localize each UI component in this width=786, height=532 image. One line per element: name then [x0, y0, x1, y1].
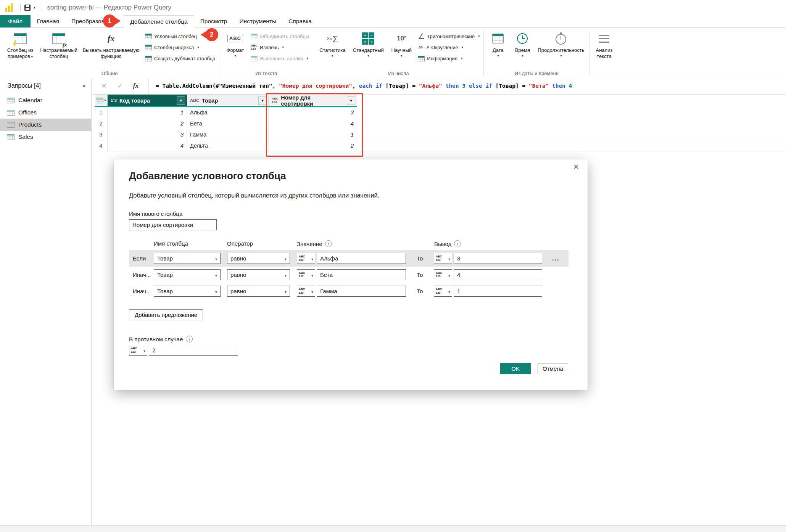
filter-dropdown-icon[interactable]: [258, 96, 267, 105]
custom-column-button[interactable]: fx Настраиваемый столбец: [38, 29, 79, 59]
info-icon[interactable]: [325, 240, 332, 247]
close-icon[interactable]: ✕: [573, 162, 579, 171]
quick-access-chevron-down-icon[interactable]: ▾: [34, 6, 35, 10]
cell-code[interactable]: 1: [108, 107, 187, 118]
invoke-function-icon: fx: [108, 31, 114, 46]
text-type-icon: ABC: [190, 98, 199, 103]
row-number[interactable]: 3: [95, 129, 108, 140]
cell-sort[interactable]: 4: [269, 118, 357, 129]
cancel-button[interactable]: Отмена: [538, 363, 568, 374]
data-preview-grid: 1²3 Код товара ABC Товар ABC123 Номер дл…: [92, 95, 786, 151]
column-from-examples-button[interactable]: Столбец из примеров: [2, 29, 38, 59]
column-name-select[interactable]: Товар: [154, 286, 221, 297]
collapse-pane-icon[interactable]: «: [82, 82, 86, 89]
tab-add-column[interactable]: Добавление столбца: [124, 15, 194, 28]
index-column-icon: [145, 45, 152, 50]
ok-button[interactable]: OK: [500, 363, 531, 374]
cell-product[interactable]: Гамма: [187, 129, 269, 140]
index-column-button[interactable]: Столбец индекса: [145, 43, 215, 51]
value-type-dropdown[interactable]: ABC123: [297, 286, 315, 297]
statistics-button[interactable]: ΧσΣ Статистика: [316, 29, 349, 58]
save-icon[interactable]: [24, 5, 31, 11]
merge-columns-button[interactable]: Объединить столбцы: [251, 32, 309, 40]
output-type-dropdown[interactable]: ABC123: [434, 286, 452, 297]
else-value-input[interactable]: [149, 345, 238, 356]
column-header-kod-tovara[interactable]: 1²3 Код товара: [108, 95, 187, 106]
time-icon: [517, 31, 528, 46]
output-type-dropdown[interactable]: ABC123: [434, 269, 452, 280]
fx-icon[interactable]: fx: [133, 82, 139, 90]
format-button[interactable]: ABC Формат: [222, 29, 248, 58]
cell-code[interactable]: 4: [108, 140, 187, 151]
cell-product[interactable]: Альфа: [187, 107, 269, 118]
extract-button[interactable]: ABC123 Извлечь: [251, 43, 309, 51]
tab-tools[interactable]: Инструменты: [233, 15, 282, 27]
formula-input[interactable]: = Table.AddColumn(#"Измененный тип", "Но…: [149, 77, 786, 94]
to-label: To: [406, 255, 434, 262]
row-number[interactable]: 1: [95, 107, 108, 118]
output-input[interactable]: [454, 286, 542, 297]
cell-sort[interactable]: 3: [269, 107, 357, 118]
output-input[interactable]: [454, 253, 542, 264]
column-header-tovar[interactable]: ABC Товар: [187, 95, 269, 106]
cell-code[interactable]: 3: [108, 129, 187, 140]
parse-button[interactable]: Выполнить анализ: [251, 55, 309, 62]
cell-product[interactable]: Дельта: [187, 140, 269, 151]
add-clause-button[interactable]: Добавить предложение: [129, 309, 203, 320]
cell-product[interactable]: Бета: [187, 118, 269, 129]
cell-code[interactable]: 2: [108, 118, 187, 129]
new-column-name-input[interactable]: [129, 219, 217, 230]
info-icon[interactable]: [454, 240, 461, 247]
row-options-button[interactable]: ...: [552, 255, 559, 262]
date-button[interactable]: Дата: [486, 29, 510, 58]
rounding-button[interactable]: .00→.0 Округление: [418, 43, 480, 51]
sidebar-item-sales[interactable]: Sales: [0, 131, 91, 143]
commit-formula-icon[interactable]: ✓: [117, 82, 122, 90]
output-input[interactable]: [454, 269, 542, 280]
text-analytics-button[interactable]: Анализ текста: [592, 29, 616, 59]
tab-help[interactable]: Справка: [282, 15, 318, 27]
sidebar-item-calendar[interactable]: Calendar: [0, 94, 91, 106]
information-button[interactable]: Информация: [418, 55, 480, 62]
info-icon[interactable]: [186, 336, 193, 342]
operator-select[interactable]: равно: [227, 286, 290, 297]
sidebar-item-offices[interactable]: Offices: [0, 106, 91, 119]
scientific-button[interactable]: 10² Научный: [387, 29, 416, 58]
standard-button[interactable]: +−×÷ Стандартный: [349, 29, 387, 58]
condition-row: Инач... Товар равно ABC123 To ABC123: [129, 283, 569, 299]
duplicate-column-button[interactable]: Создать дубликат столбца: [145, 55, 215, 62]
column-name-select[interactable]: Товар: [154, 253, 221, 264]
trigonometry-button[interactable]: ∠ Тригонометрические: [418, 32, 480, 40]
time-button[interactable]: Время: [510, 29, 535, 58]
tab-home[interactable]: Главная: [31, 15, 65, 27]
tab-file[interactable]: Файл: [0, 15, 31, 27]
duration-button[interactable]: Продолжительность: [535, 29, 587, 58]
cell-sort[interactable]: 2: [269, 140, 357, 151]
value-type-dropdown[interactable]: ABC123: [297, 269, 315, 280]
row-number[interactable]: 4: [95, 140, 108, 151]
column-header-nomer-dlya-sortirovki[interactable]: ABC123 Номер для сортировки: [269, 95, 357, 106]
tab-view[interactable]: Просмотр: [194, 15, 234, 27]
select-all-corner[interactable]: [95, 95, 108, 106]
chevron-down-icon: [215, 272, 217, 278]
operator-select[interactable]: равно: [227, 253, 290, 264]
chevron-down-icon: [215, 288, 217, 294]
else-type-dropdown[interactable]: ABC123: [129, 345, 147, 356]
value-type-dropdown[interactable]: ABC123: [297, 253, 315, 264]
invoke-custom-function-button[interactable]: fx Вызвать настраиваемую функцию: [79, 29, 143, 59]
cell-sort[interactable]: 1: [269, 129, 357, 140]
filter-dropdown-icon[interactable]: [347, 96, 355, 105]
filter-dropdown-icon[interactable]: [177, 96, 185, 105]
output-type-dropdown[interactable]: ABC123: [434, 253, 452, 264]
value-input[interactable]: [317, 286, 406, 297]
sidebar-item-products[interactable]: Products: [0, 119, 91, 131]
row-number[interactable]: 2: [95, 118, 108, 129]
operator-select[interactable]: равно: [227, 269, 290, 280]
format-icon: ABC: [227, 31, 243, 46]
cancel-formula-icon[interactable]: ✕: [101, 82, 106, 90]
duplicate-column-icon: [145, 56, 152, 61]
value-input[interactable]: [317, 269, 406, 280]
statistics-icon: ΧσΣ: [327, 31, 338, 46]
column-name-select[interactable]: Товар: [154, 269, 221, 280]
value-input[interactable]: [317, 253, 406, 264]
